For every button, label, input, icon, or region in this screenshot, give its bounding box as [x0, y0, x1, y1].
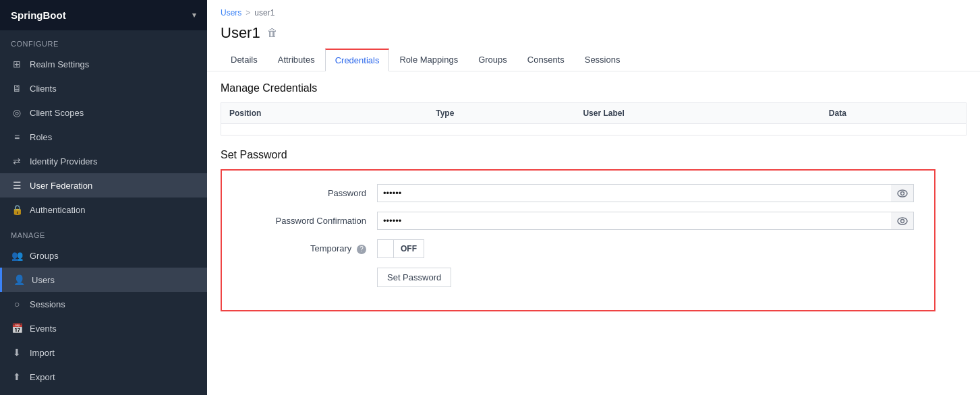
app-name: SpringBoot [11, 9, 66, 21]
page-title-row: User1 🗑 [207, 22, 980, 49]
sidebar-item-label: Groups [30, 251, 59, 261]
sidebar-item-label: Client Scopes [30, 108, 84, 118]
sidebar-item-label: Roles [30, 132, 52, 142]
password-confirmation-eye-toggle[interactable] [891, 212, 914, 230]
set-password-box: Password Password Confirmation [221, 169, 935, 311]
tab-credentials[interactable]: Credentials [325, 49, 390, 71]
delete-user-icon[interactable]: 🗑 [267, 27, 278, 39]
events-icon: 📅 [11, 322, 23, 334]
sidebar-chevron-icon: ▾ [192, 11, 196, 20]
set-password-button[interactable]: Set Password [377, 268, 451, 287]
tab-groups[interactable]: Groups [468, 49, 517, 71]
sidebar-item-client-scopes[interactable]: ◎ Client Scopes [0, 100, 207, 125]
sidebar-item-export[interactable]: ⬆ Export [0, 365, 207, 389]
temporary-control-wrap: OFF [377, 239, 914, 258]
sidebar-item-label: Sessions [30, 299, 65, 309]
sidebar-item-label: User Federation [30, 181, 92, 191]
set-password-heading: Set Password [221, 149, 967, 161]
sidebar-item-realm-settings[interactable]: ⊞ Realm Settings [0, 52, 207, 76]
tab-attributes[interactable]: Attributes [268, 49, 325, 71]
password-row: Password [242, 184, 914, 202]
password-confirmation-control-wrap [377, 212, 914, 230]
clients-icon: 🖥 [11, 82, 23, 94]
main-content: Users > user1 User1 🗑 Details Attributes… [207, 0, 980, 395]
tab-sessions[interactable]: Sessions [575, 49, 631, 71]
sidebar-item-roles[interactable]: ≡ Roles [0, 125, 207, 149]
breadcrumb-separator: > [246, 8, 250, 18]
toggle-label: OFF [394, 240, 424, 257]
svg-point-3 [900, 219, 904, 222]
page-title: User1 [221, 24, 260, 42]
manage-credentials-heading: Manage Credentials [221, 82, 967, 94]
set-password-button-row: Set Password [242, 268, 914, 287]
tab-consents[interactable]: Consents [517, 49, 575, 71]
tab-role-mappings[interactable]: Role Mappings [389, 49, 468, 71]
temporary-label: Temporary ? [242, 243, 377, 254]
sidebar-item-users[interactable]: 👤 Users [0, 268, 207, 292]
sidebar-item-label: Clients [30, 84, 57, 94]
breadcrumb-current: user1 [254, 8, 275, 18]
sidebar-item-label: Import [30, 348, 55, 358]
credentials-content: Manage Credentials Position Type User La… [207, 71, 980, 395]
tab-details[interactable]: Details [221, 49, 268, 71]
sessions-icon: ○ [11, 298, 23, 310]
password-confirmation-input[interactable] [377, 212, 914, 230]
realm-settings-icon: ⊞ [11, 58, 23, 70]
temporary-row: Temporary ? OFF [242, 239, 914, 258]
password-confirmation-label: Password Confirmation [242, 216, 377, 226]
authentication-icon: 🔒 [11, 204, 23, 216]
sidebar-item-identity-providers[interactable]: ⇄ Identity Providers [0, 149, 207, 173]
breadcrumb-users-link[interactable]: Users [221, 8, 241, 18]
users-icon: 👤 [13, 274, 25, 286]
sidebar-item-authentication[interactable]: 🔒 Authentication [0, 198, 207, 222]
sidebar-item-label: Events [30, 324, 57, 334]
eye-confirm-icon [897, 217, 908, 225]
roles-icon: ≡ [11, 131, 23, 143]
password-input[interactable] [377, 184, 914, 202]
toggle-off-indicator [378, 240, 394, 257]
col-type: Type [428, 103, 575, 124]
sidebar-item-label: Users [32, 275, 55, 285]
svg-point-0 [898, 190, 907, 197]
table-row [221, 124, 967, 135]
credentials-table: Position Type User Label Data [221, 102, 967, 135]
sidebar-item-label: Realm Settings [30, 59, 89, 69]
import-icon: ⬇ [11, 346, 23, 359]
sidebar-item-groups[interactable]: 👥 Groups [0, 243, 207, 268]
sidebar-item-import[interactable]: ⬇ Import [0, 340, 207, 365]
breadcrumb: Users > user1 [207, 0, 980, 22]
groups-icon: 👥 [11, 249, 23, 262]
col-position: Position [221, 103, 428, 124]
client-scopes-icon: ◎ [11, 107, 23, 119]
sidebar: SpringBoot ▾ Configure ⊞ Realm Settings … [0, 0, 207, 395]
export-icon: ⬆ [11, 371, 23, 383]
col-user-label: User Label [575, 103, 820, 124]
password-label: Password [242, 188, 377, 198]
eye-icon [897, 189, 908, 198]
sidebar-item-user-federation[interactable]: ☰ User Federation [0, 173, 207, 198]
sidebar-item-label: Authentication [30, 205, 85, 215]
temporary-toggle[interactable]: OFF [377, 239, 424, 258]
sidebar-header[interactable]: SpringBoot ▾ [0, 0, 207, 30]
temporary-help-icon[interactable]: ? [357, 245, 366, 254]
svg-point-2 [898, 218, 907, 224]
manage-section-label: Manage [0, 222, 207, 243]
sidebar-item-clients[interactable]: 🖥 Clients [0, 76, 207, 100]
password-control-wrap [377, 184, 914, 202]
col-data: Data [821, 103, 967, 124]
sidebar-item-label: Identity Providers [30, 156, 97, 166]
configure-section-label: Configure [0, 30, 207, 52]
password-eye-toggle[interactable] [891, 184, 914, 202]
identity-providers-icon: ⇄ [11, 155, 23, 167]
sidebar-item-sessions[interactable]: ○ Sessions [0, 292, 207, 316]
tabs-bar: Details Attributes Credentials Role Mapp… [207, 49, 980, 71]
user-federation-icon: ☰ [11, 179, 23, 191]
svg-point-1 [900, 191, 904, 195]
sidebar-item-label: Export [30, 372, 55, 382]
sidebar-item-events[interactable]: 📅 Events [0, 316, 207, 340]
password-confirmation-row: Password Confirmation [242, 212, 914, 230]
